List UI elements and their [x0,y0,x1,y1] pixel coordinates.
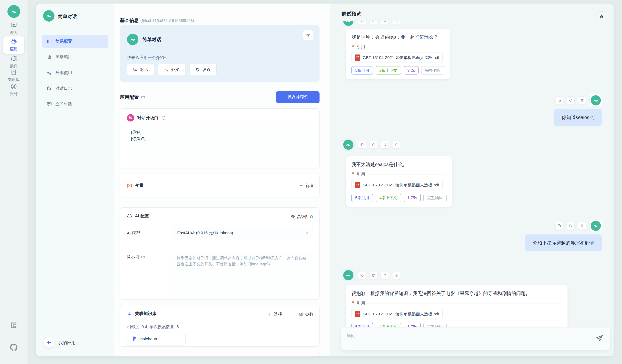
advanced-config-label: 高级配置 [297,214,313,219]
docs-button[interactable] [0,322,27,329]
add-variable-button[interactable]: 新增 [299,183,313,188]
assistant-avatar [342,21,355,27]
copy-button[interactable] [358,21,366,25]
chat-input[interactable] [341,327,610,350]
calendar-log-icon [47,86,52,91]
quote-label: 引用 [357,171,365,178]
delete-button[interactable] [369,141,377,149]
dataset-params-button[interactable]: 参数 [299,311,313,317]
app-avatar [43,10,55,21]
github-button[interactable] [0,344,27,351]
full-response-badge[interactable]: 完整响应 [421,66,444,75]
settings-action-button[interactable]: 设置 [189,64,217,75]
rail-item-datasets[interactable]: 知识库 [3,69,24,82]
app-avatar [127,34,138,45]
chat-scroll-area[interactable]: 我是坤坤，会唱跳rap，要一起打篮球么？ ❝ 引用 PDF GBT 15104-… [330,21,614,356]
edit-button[interactable] [392,271,400,279]
assistant-action-row [342,138,400,151]
sidebar-item-external-use[interactable]: 外部使用 [42,66,108,79]
sidebar-item-simple-config[interactable]: 简易配置 [42,35,108,48]
external-action-button[interactable]: 外接 [158,64,185,75]
edit-button[interactable] [392,21,400,25]
user-icon [10,83,17,90]
full-response-badge[interactable]: 完整响应 [423,194,447,202]
delete-button[interactable] [369,21,377,25]
read-aloud-button[interactable] [381,141,389,149]
my-apps-label[interactable]: 我的应用 [58,340,76,346]
duration-badge[interactable]: 3.2s [404,66,419,75]
ai-config-card: AI 配置 高级配置 AI 模型 FastAI-4k (0.015 元/1k t… [120,207,320,300]
edit-icon [394,21,398,23]
dataset-item-baichaun[interactable]: baichaun [127,333,186,345]
back-to-my-apps-button[interactable] [44,337,55,348]
context-count-badge[interactable]: 4条上下文 [376,194,401,202]
context-count-badge[interactable]: 2条上下文 [376,66,401,75]
rail-item-chat[interactable]: 聊天 [3,22,24,35]
delete-button[interactable] [578,96,586,104]
delete-button[interactable] [578,222,586,230]
assistant-avatar [342,269,355,282]
delete-app-button[interactable] [303,30,313,40]
retry-button[interactable] [567,222,575,230]
puzzle-icon [10,55,17,62]
edit-icon [394,273,398,277]
sidebar-item-advanced-orchestration[interactable]: 高级编排 [42,51,108,63]
quoted-file-chip[interactable]: PDF GBT 15104-2021 装饰单板贴面人造板.pdf [351,309,443,319]
dataset-logo-icon [131,336,138,342]
send-button[interactable] [595,334,604,343]
copy-button[interactable] [555,222,563,230]
sidebar-item-chat-now[interactable]: 立即对话 [42,98,108,111]
chat-icon [10,22,17,29]
copy-button[interactable] [555,96,563,104]
hi-badge-icon: Hi [127,114,134,121]
rail-item-plugins[interactable]: 插件 [3,55,24,69]
rail-item-label: 应用 [10,46,18,52]
advanced-config-button[interactable]: 高级配置 [291,214,313,219]
read-aloud-button[interactable] [381,21,389,25]
app-config-title: 应用配置 [120,94,145,100]
retry-button[interactable] [567,96,575,104]
question-icon[interactable] [161,116,166,120]
quoted-file-chip[interactable]: PDF GBT 15104-2021 装饰单板贴面人造板.pdf [351,180,443,190]
external-action-label: 外接 [171,67,179,72]
quote-label: 引用 [357,43,365,50]
assistant-message: 我不太清楚sealos是什么。 ❝ 引用 PDF GBT 15104-2021 … [346,156,452,207]
opening-message-textarea[interactable]: [你好] [你是谁] [127,126,313,162]
delete-button[interactable] [369,271,377,279]
quote-count-badge[interactable]: 5条引用 [351,66,373,75]
rail-item-account[interactable]: 账号 [3,83,24,96]
debug-panel: 调试预览 我是坤坤，会唱跳rap，要一起打篮球么？ ❝ 引用 [330,3,614,356]
prompt-textarea[interactable] [173,252,313,293]
sidebar-item-label: 外部使用 [56,70,72,76]
question-icon[interactable] [141,95,145,100]
edit-button[interactable] [392,141,400,149]
edit-icon [394,143,398,147]
duration-badge[interactable]: 1.75s [404,194,421,202]
dataset-summary: 相似度: 0.4, 单次搜索数量: 5 [127,324,179,329]
read-aloud-button[interactable] [381,271,389,279]
user-avatar [589,220,602,232]
sidebar-item-label: 对话日志 [56,86,72,91]
refresh-icon [569,224,573,228]
sidebar-item-chat-logs[interactable]: 对话日志 [42,82,108,95]
clear-chat-button[interactable] [596,11,607,22]
rail-item-apps[interactable]: 应用 [3,37,24,54]
quote-count-badge[interactable]: 5条引用 [351,194,373,202]
assistant-action-row [342,269,400,282]
pdf-icon: PDF [355,55,360,61]
chat-action-button[interactable]: 对话 [127,64,154,75]
assistant-avatar [342,138,355,151]
brand-logo[interactable] [7,5,20,18]
model-value: FastAI-4k (0.015 元/1k tokens) [177,230,233,236]
sidebar-item-label: 高级编排 [56,54,72,60]
model-select[interactable]: FastAI-4k (0.015 元/1k tokens) [173,227,313,239]
save-and-preview-button[interactable]: 保存并预览 [276,91,320,103]
copy-button[interactable] [358,141,366,149]
app-name: 简单对话 [142,37,161,43]
select-dataset-button[interactable]: 选择 [268,311,282,317]
quoted-file-chip[interactable]: PDF GBT 15104-2021 装饰单板贴面人造板.pdf [351,53,443,63]
user-action-row [555,220,602,232]
copy-button[interactable] [358,271,366,279]
robot-icon [10,38,17,45]
question-icon[interactable] [141,254,145,259]
